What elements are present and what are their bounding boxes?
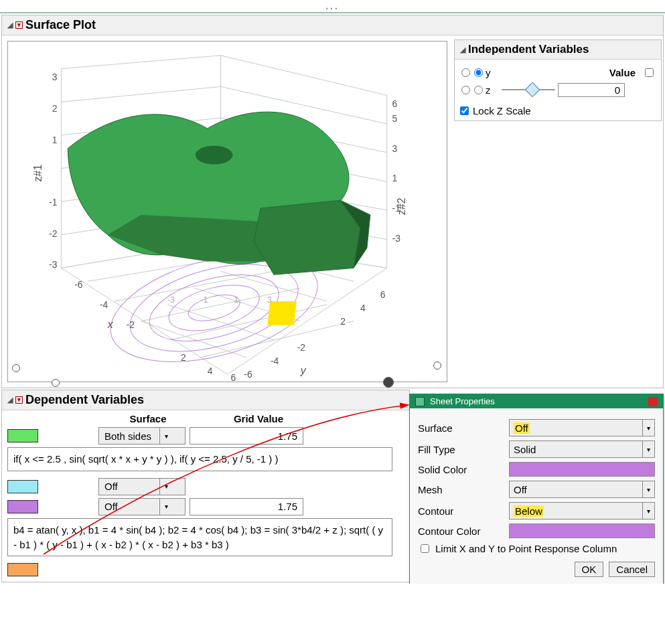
dependent-row: Off ▾ — [7, 478, 404, 495]
surface-plot-viewport[interactable]: 3 2 1 -1 -2 -3 6 5 3 1 -1 -3 — [7, 41, 447, 382]
dialog-titlebar[interactable]: Sheet Properties — [410, 394, 663, 408]
var2-slider[interactable] — [502, 86, 555, 94]
rotate-handle-bottom2-icon[interactable] — [383, 377, 394, 388]
checkbox-var1-show[interactable] — [645, 68, 654, 77]
prop-surface-dropdown[interactable]: Off ▾ — [509, 419, 655, 436]
limit-xy-label: Limit X and Y to Point Response Column — [435, 543, 617, 554]
chevron-down-icon: ▾ — [159, 428, 173, 444]
svg-text:-3: -3 — [49, 259, 58, 270]
color-swatch-cyan[interactable] — [7, 480, 38, 493]
svg-text:6: 6 — [380, 289, 386, 300]
surface-dropdown[interactable]: Off ▾ — [98, 498, 186, 515]
svg-text:1: 1 — [234, 295, 238, 305]
chevron-down-icon: ▾ — [642, 420, 654, 436]
prop-label-solidcolor: Solid Color — [418, 464, 505, 475]
prop-mesh-dropdown[interactable]: Off ▾ — [509, 481, 655, 498]
title-bar-dots: ... — [0, 0, 665, 13]
surface-plot-panel: ◢ ▾ Surface Plot — [1, 15, 664, 388]
prop-label-surface: Surface — [418, 422, 505, 434]
chevron-down-icon: ▾ — [159, 479, 173, 495]
svg-text:5: 5 — [392, 113, 398, 124]
var1-label: y — [486, 67, 499, 78]
dependent-row: Off ▾ — [7, 498, 404, 515]
grid-value-input[interactable] — [190, 498, 303, 515]
var2-label: z — [486, 84, 499, 96]
menu-toggle-icon[interactable]: ▾ — [15, 396, 23, 404]
svg-text:-6: -6 — [244, 369, 252, 380]
prop-label-mesh: Mesh — [418, 484, 505, 495]
dependent-row: Both sides ▾ — [7, 427, 404, 445]
color-swatch-violet[interactable] — [7, 500, 38, 513]
rotate-handle-right-icon[interactable] — [433, 361, 441, 370]
chevron-down-icon: ▾ — [159, 499, 173, 515]
disclosure-icon[interactable]: ◢ — [7, 21, 13, 29]
disclosure-icon[interactable]: ◢ — [460, 46, 465, 54]
dependent-row — [7, 563, 404, 576]
svg-text:z#2: z#2 — [396, 197, 407, 215]
column-grid-header: Grid Value — [202, 413, 315, 424]
svg-point-28 — [196, 146, 233, 165]
svg-text:-3: -3 — [167, 295, 175, 305]
rotate-handle-bottom1-icon[interactable] — [52, 379, 60, 387]
color-swatch-orange[interactable] — [7, 563, 38, 576]
var2-value[interactable]: 0 — [558, 83, 625, 97]
svg-text:2: 2 — [181, 352, 186, 363]
rotate-handle-left-icon[interactable] — [12, 364, 20, 372]
prop-label-contourcolor: Contour Color — [418, 526, 505, 537]
radio-var1-a[interactable] — [461, 68, 470, 77]
dependent-variables-panel: ◢ ▾ Dependent Variables Surface Grid Val… — [1, 390, 410, 582]
svg-text:x: x — [107, 319, 114, 330]
svg-text:-6: -6 — [74, 279, 83, 290]
svg-rect-31 — [267, 301, 296, 325]
chevron-down-icon: ▾ — [642, 481, 654, 497]
dialog-icon — [415, 397, 425, 406]
grid-value-input[interactable] — [190, 427, 303, 445]
prop-solidcolor-swatch[interactable] — [509, 462, 655, 477]
column-surface-header: Surface — [94, 413, 202, 424]
svg-text:-2: -2 — [127, 319, 135, 330]
prop-label-filltype: Fill Type — [418, 444, 505, 455]
independent-variables-column: ◢ Independent Variables y Value — [453, 35, 663, 123]
svg-marker-29 — [254, 200, 360, 274]
svg-text:-1: -1 — [49, 197, 58, 208]
svg-text:4: 4 — [360, 303, 366, 313]
sheet-properties-dialog: Sheet Properties Surface Off ▾ Fill Type… — [409, 394, 664, 584]
independent-variables-header[interactable]: ◢ Independent Variables — [455, 40, 661, 60]
prop-contour-dropdown[interactable]: Below ▾ — [509, 502, 655, 519]
ok-button[interactable]: OK — [575, 562, 604, 577]
dependent-variables-title: Dependent Variables — [25, 393, 144, 407]
prop-filltype-dropdown[interactable]: Solid ▾ — [509, 440, 655, 458]
color-swatch-green[interactable] — [7, 429, 38, 442]
disclosure-icon[interactable]: ◢ — [7, 396, 13, 404]
cancel-button[interactable]: Cancel — [609, 562, 655, 577]
lock-z-scale-checkbox[interactable] — [460, 106, 469, 115]
independent-variables-panel: ◢ Independent Variables y Value — [454, 39, 662, 121]
svg-text:1: 1 — [52, 135, 58, 145]
svg-text:4: 4 — [208, 366, 213, 376]
prop-contourcolor-swatch[interactable] — [509, 524, 655, 538]
value-column-header: Value — [573, 67, 640, 78]
chevron-down-icon: ▾ — [642, 441, 654, 457]
chevron-down-icon: ▾ — [642, 503, 654, 519]
independent-variables-title: Independent Variables — [468, 43, 589, 56]
svg-text:-4: -4 — [271, 355, 279, 366]
svg-text:1: 1 — [392, 173, 398, 183]
dependent-variables-header[interactable]: ◢ ▾ Dependent Variables — [2, 390, 409, 410]
surface-dropdown[interactable]: Off ▾ — [98, 478, 186, 495]
radio-var1-b[interactable] — [474, 68, 483, 77]
surface-plot-header[interactable]: ◢ ▾ Surface Plot — [2, 15, 663, 35]
formula-box-1[interactable]: if( x <= 2.5 , sin( sqrt( x * x + y * y … — [7, 447, 392, 471]
svg-text:z#1: z#1 — [32, 165, 44, 182]
close-icon[interactable] — [648, 397, 658, 406]
svg-text:3: 3 — [267, 295, 272, 305]
svg-text:-1: -1 — [201, 295, 208, 305]
surface-dropdown[interactable]: Both sides ▾ — [98, 427, 186, 445]
radio-var2-a[interactable] — [461, 86, 470, 94]
formula-box-2[interactable]: b4 = atan( y, x ); b1 = 4 * sin( b4 ); b… — [7, 518, 392, 557]
lock-z-scale-label: Lock Z Scale — [473, 105, 531, 116]
radio-var2-b[interactable] — [474, 86, 483, 94]
menu-toggle-icon[interactable]: ▾ — [15, 21, 23, 29]
svg-text:y: y — [300, 365, 307, 376]
svg-text:-2: -2 — [49, 228, 58, 239]
limit-xy-checkbox[interactable] — [421, 544, 429, 553]
